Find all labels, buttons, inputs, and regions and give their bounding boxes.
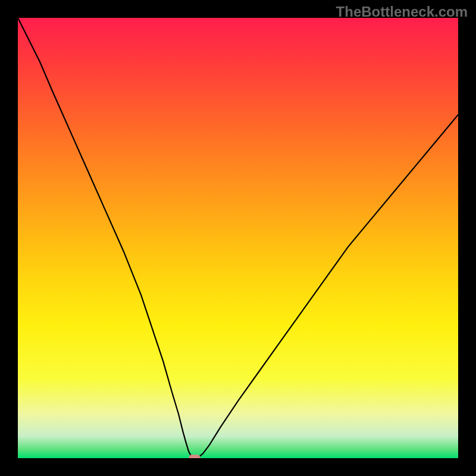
curve-svg bbox=[18, 18, 458, 458]
watermark-text: TheBottleneck.com bbox=[336, 4, 468, 20]
minimum-marker bbox=[189, 455, 201, 458]
plot-area bbox=[18, 18, 458, 458]
bottleneck-curve bbox=[18, 18, 458, 458]
